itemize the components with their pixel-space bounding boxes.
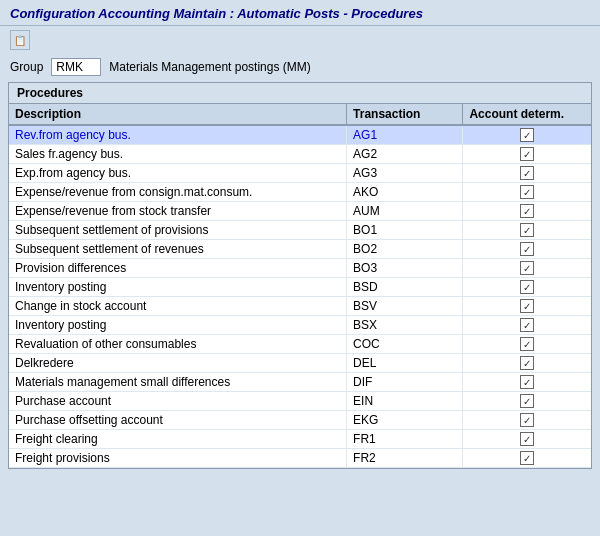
checkbox-icon[interactable]: ✓ (520, 242, 534, 256)
col-header-transaction: Transaction (347, 104, 463, 125)
cell-account-determ[interactable]: ✓ (463, 202, 591, 221)
cell-description: Inventory posting (9, 278, 347, 297)
checkbox-icon[interactable]: ✓ (520, 166, 534, 180)
cell-account-determ[interactable]: ✓ (463, 392, 591, 411)
checkbox-icon[interactable]: ✓ (520, 299, 534, 313)
cell-account-determ[interactable]: ✓ (463, 259, 591, 278)
group-bar: Group Materials Management postings (MM) (0, 54, 600, 82)
table-row[interactable]: Provision differencesBO3✓ (9, 259, 591, 278)
checkbox-icon[interactable]: ✓ (520, 337, 534, 351)
cell-description: Sales fr.agency bus. (9, 145, 347, 164)
cell-transaction[interactable]: COC (347, 335, 463, 354)
cell-account-determ[interactable]: ✓ (463, 411, 591, 430)
checkbox-icon[interactable]: ✓ (520, 318, 534, 332)
table-row[interactable]: Exp.from agency bus.AG3✓ (9, 164, 591, 183)
cell-account-determ[interactable]: ✓ (463, 164, 591, 183)
cell-account-determ[interactable]: ✓ (463, 297, 591, 316)
col-header-description: Description (9, 104, 347, 125)
cell-account-determ[interactable]: ✓ (463, 316, 591, 335)
table-row[interactable]: Subsequent settlement of provisionsBO1✓ (9, 221, 591, 240)
checkbox-icon[interactable]: ✓ (520, 261, 534, 275)
checkbox-icon[interactable]: ✓ (520, 375, 534, 389)
cell-description: Materials management small differences (9, 373, 347, 392)
section-container: Procedures Description Transaction Accou… (8, 82, 592, 469)
cell-description: Purchase offsetting account (9, 411, 347, 430)
cell-description: Inventory posting (9, 316, 347, 335)
checkbox-icon[interactable]: ✓ (520, 280, 534, 294)
page-title: Configuration Accounting Maintain : Auto… (10, 6, 590, 21)
cell-account-determ[interactable]: ✓ (463, 221, 591, 240)
cell-description: Freight provisions (9, 449, 347, 468)
group-input[interactable] (51, 58, 101, 76)
cell-account-determ[interactable]: ✓ (463, 354, 591, 373)
cell-description: Purchase account (9, 392, 347, 411)
toolbar-icon[interactable]: 📋 (10, 30, 30, 50)
checkbox-icon[interactable]: ✓ (520, 413, 534, 427)
col-header-account: Account determ. (463, 104, 591, 125)
checkbox-icon[interactable]: ✓ (520, 394, 534, 408)
cell-transaction[interactable]: BO3 (347, 259, 463, 278)
cell-description: Expense/revenue from consign.mat.consum. (9, 183, 347, 202)
table-row[interactable]: Expense/revenue from consign.mat.consum.… (9, 183, 591, 202)
cell-transaction[interactable]: EKG (347, 411, 463, 430)
cell-description: Expense/revenue from stock transfer (9, 202, 347, 221)
cell-transaction[interactable]: DIF (347, 373, 463, 392)
cell-transaction[interactable]: BO2 (347, 240, 463, 259)
cell-account-determ[interactable]: ✓ (463, 335, 591, 354)
cell-account-determ[interactable]: ✓ (463, 449, 591, 468)
table-row[interactable]: Subsequent settlement of revenuesBO2✓ (9, 240, 591, 259)
cell-description: Provision differences (9, 259, 347, 278)
cell-transaction[interactable]: AG3 (347, 164, 463, 183)
checkbox-icon[interactable]: ✓ (520, 128, 534, 142)
cell-description: Delkredere (9, 354, 347, 373)
cell-transaction[interactable]: BSD (347, 278, 463, 297)
cell-transaction[interactable]: AUM (347, 202, 463, 221)
table-row[interactable]: Expense/revenue from stock transferAUM✓ (9, 202, 591, 221)
table-row[interactable]: Purchase offsetting accountEKG✓ (9, 411, 591, 430)
cell-description: Exp.from agency bus. (9, 164, 347, 183)
table-row[interactable]: Freight clearingFR1✓ (9, 430, 591, 449)
cell-account-determ[interactable]: ✓ (463, 373, 591, 392)
table-row[interactable]: Rev.from agency bus.AG1✓ (9, 125, 591, 145)
checkbox-icon[interactable]: ✓ (520, 432, 534, 446)
table-row[interactable]: Inventory postingBSD✓ (9, 278, 591, 297)
checkbox-icon[interactable]: ✓ (520, 356, 534, 370)
cell-account-determ[interactable]: ✓ (463, 125, 591, 145)
table-container[interactable]: Description Transaction Account determ. … (9, 104, 591, 468)
checkbox-icon[interactable]: ✓ (520, 451, 534, 465)
procedures-table: Description Transaction Account determ. … (9, 104, 591, 468)
cell-account-determ[interactable]: ✓ (463, 430, 591, 449)
cell-description: Rev.from agency bus. (9, 125, 347, 145)
table-row[interactable]: Purchase accountEIN✓ (9, 392, 591, 411)
cell-account-determ[interactable]: ✓ (463, 278, 591, 297)
cell-account-determ[interactable]: ✓ (463, 145, 591, 164)
table-row[interactable]: DelkredereDEL✓ (9, 354, 591, 373)
cell-description: Revaluation of other consumables (9, 335, 347, 354)
table-row[interactable]: Revaluation of other consumablesCOC✓ (9, 335, 591, 354)
group-label: Group (10, 60, 43, 74)
cell-transaction[interactable]: DEL (347, 354, 463, 373)
checkbox-icon[interactable]: ✓ (520, 185, 534, 199)
cell-transaction[interactable]: BSV (347, 297, 463, 316)
cell-account-determ[interactable]: ✓ (463, 183, 591, 202)
cell-transaction[interactable]: FR1 (347, 430, 463, 449)
checkbox-icon[interactable]: ✓ (520, 223, 534, 237)
toolbar: 📋 (0, 26, 600, 54)
cell-transaction[interactable]: BSX (347, 316, 463, 335)
cell-transaction[interactable]: EIN (347, 392, 463, 411)
table-row[interactable]: Materials management small differencesDI… (9, 373, 591, 392)
checkbox-icon[interactable]: ✓ (520, 147, 534, 161)
table-row[interactable]: Inventory postingBSX✓ (9, 316, 591, 335)
cell-transaction[interactable]: AG2 (347, 145, 463, 164)
cell-transaction[interactable]: FR2 (347, 449, 463, 468)
group-description: Materials Management postings (MM) (109, 60, 310, 74)
table-row[interactable]: Change in stock accountBSV✓ (9, 297, 591, 316)
cell-transaction[interactable]: AKO (347, 183, 463, 202)
table-row[interactable]: Sales fr.agency bus.AG2✓ (9, 145, 591, 164)
cell-description: Subsequent settlement of revenues (9, 240, 347, 259)
cell-account-determ[interactable]: ✓ (463, 240, 591, 259)
checkbox-icon[interactable]: ✓ (520, 204, 534, 218)
cell-transaction[interactable]: BO1 (347, 221, 463, 240)
cell-transaction[interactable]: AG1 (347, 125, 463, 145)
table-row[interactable]: Freight provisionsFR2✓ (9, 449, 591, 468)
